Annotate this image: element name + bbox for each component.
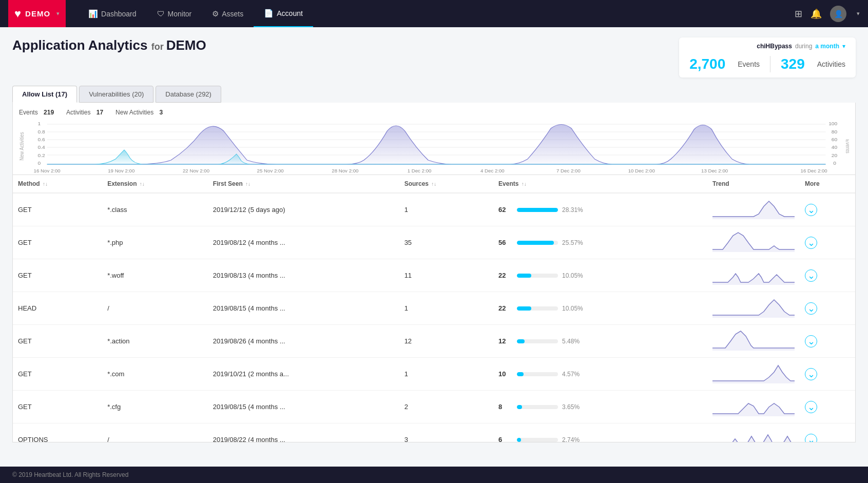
nav-dashboard-label: Dashboard xyxy=(101,10,137,18)
cell-trend xyxy=(707,226,800,259)
demo-dropdown-icon[interactable]: ▾ xyxy=(56,10,60,17)
svg-text:4 Dec 2:00: 4 Dec 2:00 xyxy=(480,169,505,173)
cell-first-seen: 2019/08/15 (4 months ... xyxy=(208,391,399,423)
svg-text:13 Dec 2:00: 13 Dec 2:00 xyxy=(701,169,728,173)
expand-button[interactable]: ⌄ xyxy=(805,269,817,282)
nav-account[interactable]: 📄 Account xyxy=(254,0,313,27)
grid-icon[interactable]: ⊞ xyxy=(795,8,802,20)
table-row: HEAD / 2019/08/15 (4 months ... 1 22 10.… xyxy=(13,292,855,325)
cell-more[interactable]: ⌄ xyxy=(800,325,855,358)
summary-box: chiHBypass during a month ▾ 2,700 Events… xyxy=(679,37,856,78)
cell-more[interactable]: ⌄ xyxy=(800,259,855,292)
logo[interactable]: ♥ DEMO ▾ xyxy=(8,0,66,27)
expand-button[interactable]: ⌄ xyxy=(805,302,817,315)
page-title-demo: DEMO xyxy=(166,37,206,53)
chart-svg-wrap: 1 0.8 0.6 0.4 0.2 0 New Activities 100 8… xyxy=(19,118,849,175)
cell-first-seen: 2019/12/12 (5 days ago) xyxy=(208,193,399,226)
svg-text:80: 80 xyxy=(832,129,837,134)
cell-method: GET xyxy=(13,325,102,358)
svg-text:10 Dec 2:00: 10 Dec 2:00 xyxy=(628,169,655,173)
expand-button[interactable]: ⌄ xyxy=(805,335,817,347)
cell-more[interactable]: ⌄ xyxy=(800,423,855,442)
col-events[interactable]: Events ↑↓ xyxy=(493,175,707,193)
summary-top: chiHBypass during a month ▾ xyxy=(689,43,845,50)
summary-period[interactable]: a month xyxy=(815,43,839,50)
expand-button[interactable]: ⌄ xyxy=(805,434,817,442)
tab-allow-list[interactable]: Allow List (17) xyxy=(12,86,77,103)
expand-button[interactable]: ⌄ xyxy=(805,204,817,216)
nav-monitor[interactable]: 🛡 Monitor xyxy=(147,0,202,27)
col-first-seen[interactable]: First Seen ↑↓ xyxy=(208,175,399,193)
cell-extension: / xyxy=(102,292,208,325)
cell-extension: *.com xyxy=(102,358,208,391)
summary-dropdown-icon[interactable]: ▾ xyxy=(842,43,845,50)
cell-more[interactable]: ⌄ xyxy=(800,358,855,391)
expand-button[interactable]: ⌄ xyxy=(805,368,817,380)
cell-events: 8 3.65% xyxy=(493,391,707,423)
table-wrap: Method ↑↓ Extension ↑↓ First Seen ↑↓ Sou… xyxy=(12,175,856,442)
footer-text: © 2019 Heartbeat Ltd. All Rights Reserve… xyxy=(12,471,128,478)
summary-divider xyxy=(770,56,770,72)
nav-links: 📊 Dashboard 🛡 Monitor ⚙ Assets 📄 Account xyxy=(78,0,795,27)
tabs: Allow List (17) Vulnerabilities (20) Dat… xyxy=(12,86,856,103)
page-title-for: for xyxy=(151,42,166,52)
page-title-wrap: Application Analytics for DEMO xyxy=(12,37,206,53)
expand-button[interactable]: ⌄ xyxy=(805,401,817,413)
cell-sources: 2 xyxy=(399,391,493,423)
svg-text:0: 0 xyxy=(37,161,41,166)
cell-events: 12 5.48% xyxy=(493,325,707,358)
user-avatar[interactable]: 👤 xyxy=(830,6,846,22)
svg-text:22 Nov 2:00: 22 Nov 2:00 xyxy=(183,169,209,173)
nav-assets[interactable]: ⚙ Assets xyxy=(202,0,254,27)
svg-text:40: 40 xyxy=(832,145,837,150)
table-body: GET *.class 2019/12/12 (5 days ago) 1 62… xyxy=(13,193,855,442)
svg-text:16 Dec 2:00: 16 Dec 2:00 xyxy=(801,169,827,173)
cell-events: 56 25.57% xyxy=(493,226,707,259)
svg-text:1: 1 xyxy=(37,121,41,126)
user-dropdown-icon[interactable]: ▾ xyxy=(857,10,860,17)
cell-first-seen: 2019/10/21 (2 months a... xyxy=(208,358,399,391)
cell-more[interactable]: ⌄ xyxy=(800,292,855,325)
cell-extension: *.action xyxy=(102,325,208,358)
col-method[interactable]: Method ↑↓ xyxy=(13,175,102,193)
cell-events: 62 28.31% xyxy=(493,193,707,226)
table-row: OPTIONS / 2019/08/22 (4 months ... 3 6 2… xyxy=(13,423,855,442)
cell-more[interactable]: ⌄ xyxy=(800,226,855,259)
cell-first-seen: 2019/08/13 (4 months ... xyxy=(208,259,399,292)
cell-sources: 1 xyxy=(399,358,493,391)
summary-events-count: 2,700 xyxy=(689,56,725,72)
cell-extension: / xyxy=(102,423,208,442)
col-sources[interactable]: Sources ↑↓ xyxy=(399,175,493,193)
svg-text:0: 0 xyxy=(833,161,836,166)
tab-vulnerabilities[interactable]: Vulnerabilities (20) xyxy=(79,86,153,103)
summary-user: chiHBypass xyxy=(757,43,792,50)
tab-database[interactable]: Database (292) xyxy=(156,86,221,103)
nav-monitor-label: Monitor xyxy=(168,10,192,18)
cell-more[interactable]: ⌄ xyxy=(800,193,855,226)
table-row: GET *.class 2019/12/12 (5 days ago) 1 62… xyxy=(13,193,855,226)
cell-more[interactable]: ⌄ xyxy=(800,391,855,423)
table-scroll[interactable]: Method ↑↓ Extension ↑↓ First Seen ↑↓ Sou… xyxy=(13,175,855,442)
bell-icon[interactable]: 🔔 xyxy=(811,8,822,20)
svg-text:25 Nov 2:00: 25 Nov 2:00 xyxy=(257,169,284,173)
top-navigation: ♥ DEMO ▾ 📊 Dashboard 🛡 Monitor ⚙ Assets … xyxy=(0,0,868,27)
col-trend: Trend xyxy=(707,175,800,193)
summary-events-label: Events xyxy=(738,60,760,68)
svg-text:0.8: 0.8 xyxy=(37,129,45,134)
monitor-icon: 🛡 xyxy=(157,9,165,18)
cell-trend xyxy=(707,391,800,423)
svg-text:20: 20 xyxy=(832,153,837,158)
cell-method: GET xyxy=(13,226,102,259)
table-row: GET *.action 2019/08/26 (4 months ... 12… xyxy=(13,325,855,358)
table-row: GET *.cfg 2019/08/15 (4 months ... 2 8 3… xyxy=(13,391,855,423)
summary-activities-label: Activities xyxy=(817,60,845,68)
app-name: DEMO xyxy=(25,9,50,18)
svg-text:19 Nov 2:00: 19 Nov 2:00 xyxy=(108,169,134,173)
col-extension[interactable]: Extension ↑↓ xyxy=(102,175,208,193)
sort-icon-events: ↑↓ xyxy=(522,181,527,187)
expand-button[interactable]: ⌄ xyxy=(805,237,817,249)
cell-extension: *.class xyxy=(102,193,208,226)
table-row: GET *.php 2019/08/12 (4 months ... 35 56… xyxy=(13,226,855,259)
svg-text:28 Nov 2:00: 28 Nov 2:00 xyxy=(332,169,358,173)
nav-dashboard[interactable]: 📊 Dashboard xyxy=(78,0,147,27)
